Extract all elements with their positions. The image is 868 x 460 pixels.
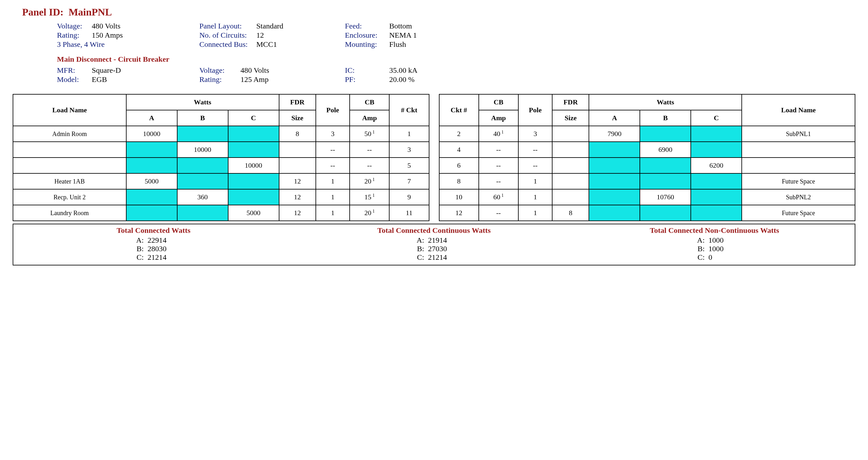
cell-load: Future Space [742,205,855,221]
disconnect-heading: Main Disconnect - Circuit Breaker [57,55,855,64]
mounting-value: Flush [389,40,406,49]
th-size: Size [279,110,316,126]
cell-fdr [552,173,589,189]
cell-pole: 1 [518,205,552,221]
feed-value: Bottom [389,22,412,30]
panel-title: Panel ID: MainPNL [22,6,855,18]
mounting-label: Mounting: [345,40,389,49]
pf-label: PF: [345,75,389,84]
cell-pole: 1 [316,189,350,205]
phase-wire-label: 3 Phase, 4 Wire [57,40,105,49]
cell-pole: 3 [316,126,350,142]
th-b: B [177,110,228,126]
cell-ckt: 11 [389,205,429,221]
label-a2: A: [414,236,424,245]
th-watts-r: Watts [589,94,742,110]
disc-voltage-label: Voltage: [199,66,241,75]
disc-rating-label: Rating: [199,75,241,84]
cell-load [13,142,126,158]
cell-a [126,205,177,221]
th-size-r: Size [552,110,589,126]
totals-continuous-a: 21914 [428,236,453,245]
cell-c [691,173,742,189]
cell-cb: -- [479,205,518,221]
table-row: 8--1Future Space [439,173,855,189]
cell-b [640,173,691,189]
totals-connected-title: Total Connected Watts [13,226,294,235]
label-c: C: [134,253,144,262]
cell-b [640,205,691,221]
totals-continuous-c: 21214 [428,253,453,262]
cell-ckt: 6 [439,158,479,173]
cell-load: SubPNL2 [742,189,855,205]
cell-fdr [552,142,589,158]
model-label: Model: [57,75,92,84]
cell-fdr: 8 [552,205,589,221]
cell-a [589,189,640,205]
ic-value: 35.00 kA [389,66,417,75]
table-row: 10000----5 [13,158,429,173]
th-a: A [126,110,177,126]
th-watts: Watts [126,94,279,110]
cell-pole: 3 [518,126,552,142]
voltage-label: Voltage: [57,22,92,30]
rating-value: 150 Amps [92,31,123,39]
label-a: A: [134,236,144,245]
cell-b: 6900 [640,142,691,158]
cell-pole: 1 [316,173,350,189]
cell-cb: 20 1 [350,173,389,189]
cell-ckt: 2 [439,126,479,142]
cell-cb: -- [479,173,518,189]
bus-value: MCC1 [256,40,277,49]
th-load-name-r: Load Name [742,94,855,126]
panel-id-value: MainPNL [69,6,112,18]
label-b3: B: [695,245,705,253]
cell-ckt: 4 [439,142,479,158]
mfr-value: Square-D [92,66,121,75]
th-ckt-num: # Ckt [389,94,429,126]
th-cb: CB [350,94,389,110]
th-amp-r: Amp [479,110,518,126]
cell-cb: -- [479,158,518,173]
cell-pole: -- [316,142,350,158]
cell-fdr: 12 [279,189,316,205]
totals-noncont: Total Connected Non-Continuous Watts A:1… [574,226,855,262]
cell-fdr: 8 [279,126,316,142]
circuits-label: No. of Circuits: [199,31,256,39]
cell-cb: 50 1 [350,126,389,142]
cell-load: Recp. Unit 2 [13,189,126,205]
cell-cb: 40 1 [479,126,518,142]
table-row: 6----6200 [439,158,855,173]
cell-c [228,126,279,142]
cell-pole: -- [316,158,350,173]
cell-fdr [552,126,589,142]
cell-c [691,189,742,205]
cell-ckt: 9 [389,189,429,205]
cell-c [228,189,279,205]
cell-a [126,189,177,205]
cell-cb: -- [350,158,389,173]
cell-c [691,126,742,142]
panel-id-label: Panel ID: [22,6,64,18]
cell-cb: 15 1 [350,189,389,205]
table-row: Laundry Room500012120 111 [13,205,429,221]
totals-connected-b: 28030 [148,245,173,253]
cell-b: 10000 [177,142,228,158]
cell-b [177,158,228,173]
cell-pole: 1 [518,173,552,189]
table-row: Recp. Unit 236012115 19 [13,189,429,205]
panel-info-grid: Voltage:480 Volts Rating:150 Amps 3 Phas… [57,22,855,49]
voltage-value: 480 Volts [92,22,120,30]
totals-noncont-title: Total Connected Non-Continuous Watts [574,226,855,235]
bus-label: Connected Bus: [199,40,256,49]
cell-fdr: 12 [279,205,316,221]
cell-c [691,142,742,158]
cell-a [589,205,640,221]
cell-b: 360 [177,189,228,205]
mfr-label: MFR: [57,66,92,75]
disc-voltage-value: 480 Volts [241,66,269,75]
circuit-tables: Load Name Watts FDR Pole CB # Ckt A B C … [13,94,855,221]
cell-fdr: 12 [279,173,316,189]
cell-load [742,158,855,173]
th-amp: Amp [350,110,389,126]
